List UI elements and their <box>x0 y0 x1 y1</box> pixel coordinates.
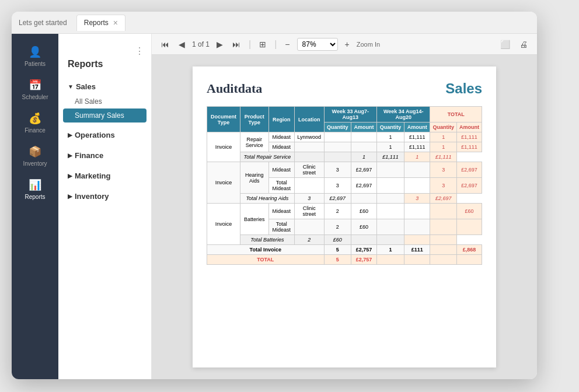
cell-w34-qty <box>377 162 404 178</box>
nav-section-header-sales[interactable]: ▼ Sales <box>58 79 151 94</box>
cell-w34-qty <box>377 204 404 219</box>
cell-location <box>294 219 324 235</box>
cell-location: Clinic street <box>294 162 324 178</box>
cell-doctype: Invoice <box>207 162 240 204</box>
zoom-out-button[interactable]: − <box>282 38 292 50</box>
sidebar-label-inventory: Inventory <box>23 160 47 167</box>
nav-section-header-operations[interactable]: ▶ Operations <box>58 127 151 143</box>
cell-location: Clinic street <box>294 204 324 219</box>
nav-section-header-inventory[interactable]: ▶ Inventory <box>58 188 151 204</box>
table-row-subtotal: Total Repair Service 1 £1,111 1 £1,111 <box>207 152 482 162</box>
cell-total-amt: £2,697 <box>456 162 482 178</box>
cell-w33-qty: 3 <box>324 162 351 178</box>
zoom-select[interactable]: 87% 100% 75% <box>297 38 338 51</box>
nav-section-operations: ▶ Operations <box>58 125 151 145</box>
nav-section-sales: ▼ Sales All Sales Summary Sales <box>58 76 151 125</box>
cell-subtotal-label: Total Batteries <box>240 235 294 245</box>
last-page-button[interactable]: ⏭ <box>230 38 243 50</box>
tab-close-button[interactable]: × <box>113 18 118 27</box>
sidebar-item-finance[interactable]: 💰 Finance <box>12 106 58 139</box>
cell-total-amt <box>456 255 482 265</box>
grid-view-button[interactable]: ⊞ <box>257 38 268 50</box>
cell-w33-amt: £60 <box>324 235 351 245</box>
report-header: Auditdata Sales <box>207 80 482 97</box>
print-button[interactable]: 🖨 <box>517 38 530 50</box>
cell-location <box>294 178 324 194</box>
col-total: TOTAL <box>430 107 482 123</box>
cell-grand-total-label: TOTAL <box>207 255 325 265</box>
cell-region: Mideast <box>268 142 294 152</box>
table-row-group-total: Total Invoice 5 £2,757 1 £111 £,868 <box>207 245 482 255</box>
main-area: 👤 Patients 📅 Scheduler 💰 Finance 📦 Inven… <box>12 34 537 379</box>
sidebar-item-patients[interactable]: 👤 Patients <box>12 40 58 73</box>
nav-section-header-finance[interactable]: ▶ Finance <box>58 148 151 163</box>
next-page-button[interactable]: ▶ <box>214 38 225 50</box>
cell-w34-amt: £1,111 <box>404 132 430 142</box>
cell-total-amt: £60 <box>456 204 482 219</box>
cell-w33-qty: 2 <box>294 235 324 245</box>
sidebar-item-inventory[interactable]: 📦 Inventory <box>12 139 58 173</box>
cell-region: Total Mideast <box>268 178 294 194</box>
cell-w33-qty: 2 <box>324 204 351 219</box>
nav-item-summary-sales[interactable]: Summary Sales <box>63 108 147 123</box>
sidebar-item-scheduler[interactable]: 📅 Scheduler <box>12 73 58 106</box>
cell-w34-amt: £1,111 <box>404 142 430 152</box>
cell-w34-amt <box>404 162 430 178</box>
sidebar: 👤 Patients 📅 Scheduler 💰 Finance 📦 Inven… <box>12 34 58 379</box>
cell-total-amt: £1,111 <box>456 132 482 142</box>
report-content: Auditdata Sales Document Type Product Ty… <box>152 55 537 379</box>
cell-w33-qty: 2 <box>324 219 351 235</box>
cell-doctype: Invoice <box>207 132 240 162</box>
title-bar: Lets get started Reports × <box>12 12 537 34</box>
patients-icon: 👤 <box>29 46 41 58</box>
nav-more-button[interactable]: ⋮ <box>135 46 144 57</box>
sales-section-label: Sales <box>76 82 96 91</box>
sidebar-item-reports[interactable]: 📊 Reports <box>12 173 58 206</box>
cell-subtotal-label: Total Hearing Aids <box>240 194 294 204</box>
finance-arrow-icon: ▶ <box>68 152 72 159</box>
cell-w34-amt <box>404 219 430 235</box>
cell-producttype: Hearing Aids <box>240 162 268 194</box>
export-button[interactable]: ⬜ <box>498 38 512 50</box>
cell-total-qty <box>404 235 430 245</box>
nav-panel: ⋮ Reports ▼ Sales All Sales Summary Sale… <box>58 34 152 379</box>
inventory-section-label: Inventory <box>75 192 109 201</box>
cell-total-qty <box>430 255 457 265</box>
table-row: Invoice Repair Service Mideast Lynnwood … <box>207 132 482 142</box>
cell-w34-amt: £1,111 <box>377 152 404 162</box>
cell-w33-amt: £2,757 <box>351 245 377 255</box>
table-row: Invoice Batteries Mideast Clinic street … <box>207 204 482 219</box>
cell-w34-qty: 1 <box>377 132 404 142</box>
cell-w33-amt: £2,697 <box>351 162 377 178</box>
nav-section-header-marketing[interactable]: ▶ Marketing <box>58 168 151 184</box>
first-page-button[interactable]: ⏮ <box>159 38 172 50</box>
cell-producttype: Batteries <box>240 204 268 235</box>
marketing-section-label: Marketing <box>75 172 110 180</box>
sidebar-label-patients: Patients <box>25 61 46 67</box>
col-week33: Week 33 Aug7-Aug13 <box>324 107 377 123</box>
cell-w34-qty: 1 <box>377 245 404 255</box>
toolbar-separator-2: | <box>274 39 277 50</box>
prev-page-button[interactable]: ◀ <box>176 38 187 50</box>
col-week34: Week 34 Aug14-Aug20 <box>377 107 430 123</box>
inventory-arrow-icon: ▶ <box>68 193 72 200</box>
cell-w34-amt <box>404 178 430 194</box>
cell-w34-amt <box>377 235 404 245</box>
cell-total-amt <box>430 235 457 245</box>
cell-total-amt: £2,697 <box>456 178 482 194</box>
inventory-icon: 📦 <box>29 145 41 158</box>
cell-total-qty: 3 <box>430 178 457 194</box>
cell-w34-amt: £111 <box>404 245 430 255</box>
col-total-amt: Amount <box>456 123 482 132</box>
nav-item-all-sales[interactable]: All Sales <box>58 94 151 108</box>
reports-tab[interactable]: Reports × <box>76 15 125 31</box>
col-doc-type: Document Type <box>207 107 240 132</box>
zoom-in-button[interactable]: + <box>343 38 352 50</box>
cell-region: Mideast <box>268 204 294 219</box>
cell-producttype: Repair Service <box>240 132 268 152</box>
cell-w33-qty: 5 <box>324 245 351 255</box>
cell-region: Mideast <box>268 132 294 142</box>
cell-total-qty <box>430 204 457 219</box>
cell-w34-qty <box>377 219 404 235</box>
reports-icon: 📊 <box>29 178 41 191</box>
